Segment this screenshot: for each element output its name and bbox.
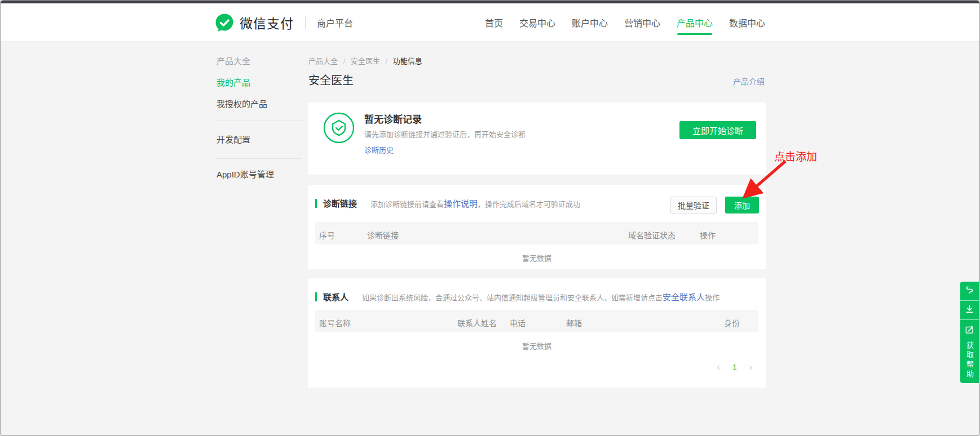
link-icon <box>965 285 974 297</box>
diagnosis-links-card: 诊断链接 添加诊断链接前请查看操作说明，操作完成后域名才可验证成功 批量验证 添… <box>308 185 766 269</box>
main-nav: 首页 交易中心 账户中心 营销中心 产品中心 数据中心 <box>485 3 765 42</box>
get-help-label: 获取帮助 <box>966 341 973 380</box>
breadcrumb-item-all-products[interactable]: 产品大全 <box>308 57 338 65</box>
floating-toolbar: 获取帮助 <box>960 282 979 383</box>
contacts-section-desc: 如果诊断出系统风险，会通过公众号、站内信通知超级管理员和安全联系人，如需新增请点… <box>362 291 719 302</box>
security-contact-link[interactable]: 安全联系人 <box>663 292 705 302</box>
operation-guide-link[interactable]: 操作说明 <box>444 199 478 208</box>
breadcrumb-item-feature-info: 功能信息 <box>393 57 422 65</box>
sidebar-divider <box>217 121 302 121</box>
feedback-edit-icon <box>965 325 974 337</box>
nav-item-transaction-center[interactable]: 交易中心 <box>519 16 555 29</box>
add-link-button[interactable]: 添加 <box>725 197 759 213</box>
links-section-title: 诊断链接 <box>323 197 357 209</box>
column-header-email: 邮箱 <box>566 317 582 328</box>
diagnosis-status-subtitle: 请先添加诊断链接并通过验证后，再开始安全诊断 <box>364 128 526 139</box>
page-title: 安全医生 <box>308 72 354 88</box>
nav-item-product-center[interactable]: 产品中心 <box>677 16 713 29</box>
diagnosis-status-title: 暂无诊断记录 <box>364 112 422 126</box>
column-header-phone: 电话 <box>510 317 526 328</box>
header: 微信支付 商户平台 首页 交易中心 账户中心 营销中心 产品中心 数据中心 <box>1 3 979 42</box>
breadcrumb-separator: / <box>343 57 346 65</box>
page-frame: 微信支付 商户平台 首页 交易中心 账户中心 营销中心 产品中心 数据中心 产品… <box>0 0 980 436</box>
download-button[interactable] <box>960 301 979 320</box>
download-icon <box>965 304 974 316</box>
column-header-domain-status: 域名验证状态 <box>628 229 676 241</box>
links-section-header: 诊断链接 添加诊断链接前请查看操作说明，操作完成后域名才可验证成功 <box>315 197 580 209</box>
wechat-pay-logo-link[interactable]: 微信支付 商户平台 <box>215 3 353 42</box>
diagnosis-card: 暂无诊断记录 请先添加诊断链接并通过验证后，再开始安全诊断 诊断历史 立即开始诊… <box>308 103 766 175</box>
nav-item-account-center[interactable]: 账户中心 <box>572 16 608 29</box>
column-header-contact-name: 联系人姓名 <box>457 317 497 328</box>
portal-label: 商户平台 <box>317 16 353 29</box>
product-intro-link[interactable]: 产品介绍 <box>733 75 765 87</box>
wechat-pay-logo-icon <box>215 13 234 32</box>
column-header-account-name: 账号名称 <box>319 317 351 328</box>
table-header-row: 序号 诊断链接 域名验证状态 操作 <box>315 222 758 244</box>
contacts-section-header: 联系人 如果诊断出系统风险，会通过公众号、站内信通知超级管理员和安全联系人，如需… <box>315 291 719 302</box>
column-header-actions: 操作 <box>700 229 716 241</box>
sidebar-divider <box>217 158 302 159</box>
sidebar-item-all-products[interactable]: 产品大全 <box>217 55 250 66</box>
sidebar-item-authorized-products[interactable]: 我授权的产品 <box>217 97 267 109</box>
nav-item-home[interactable]: 首页 <box>485 16 503 29</box>
pagination: ‹ 1 › <box>717 363 752 372</box>
share-link-button[interactable] <box>960 282 979 301</box>
nav-item-data-center[interactable]: 数据中心 <box>729 16 765 29</box>
brand-divider <box>305 16 306 29</box>
sidebar-item-dev-config[interactable]: 开发配置 <box>217 133 250 145</box>
contacts-empty-state: 暂无数据 <box>308 340 766 351</box>
column-header-index: 序号 <box>319 229 335 241</box>
links-empty-state: 暂无数据 <box>308 252 766 263</box>
sidebar-item-appid-management[interactable]: AppID账号管理 <box>217 168 274 180</box>
nav-item-marketing-center[interactable]: 营销中心 <box>624 16 660 29</box>
contacts-section-title: 联系人 <box>323 291 348 302</box>
prev-page-button[interactable]: ‹ <box>717 363 720 372</box>
sidebar-item-my-products[interactable]: 我的产品 <box>217 76 250 88</box>
page-number-current[interactable]: 1 <box>732 363 737 372</box>
start-diagnosis-button[interactable]: 立即开始诊断 <box>679 121 756 139</box>
contacts-card: 联系人 如果诊断出系统风险，会通过公众号、站内信通知超级管理员和安全联系人，如需… <box>308 278 766 388</box>
links-section-desc: 添加诊断链接前请查看操作说明，操作完成后域名才可验证成功 <box>370 197 580 209</box>
shield-check-icon <box>323 112 355 144</box>
breadcrumb: 产品大全 / 安全医生 / 功能信息 <box>308 55 422 66</box>
breadcrumb-separator: / <box>386 57 388 65</box>
breadcrumb-item-security-doctor[interactable]: 安全医生 <box>351 57 380 65</box>
section-marker <box>315 199 317 208</box>
section-marker <box>315 292 317 301</box>
diagnosis-history-link[interactable]: 诊断历史 <box>364 144 394 155</box>
brand-title: 微信支付 <box>240 13 294 32</box>
annotation-click-add-label: 点击添加 <box>774 148 817 163</box>
next-page-button[interactable]: › <box>749 363 752 372</box>
get-help-button[interactable]: 获取帮助 <box>960 320 979 383</box>
column-header-role: 身份 <box>724 317 740 328</box>
table-header-row: 账号名称 联系人姓名 电话 邮箱 身份 <box>315 310 758 332</box>
batch-verify-button[interactable]: 批量验证 <box>670 197 717 213</box>
column-header-link: 诊断链接 <box>367 229 399 241</box>
